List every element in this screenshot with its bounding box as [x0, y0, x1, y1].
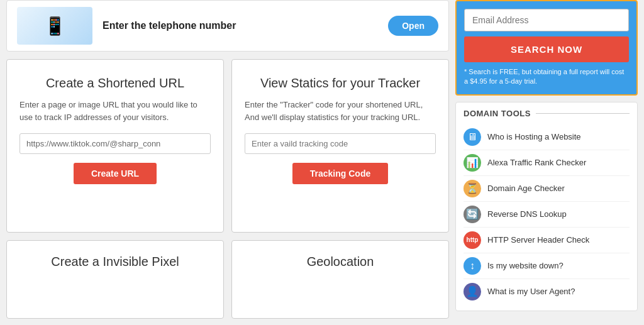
- card-create-url: Create a Shortened URL Enter a page or i…: [6, 59, 224, 233]
- url-input[interactable]: [19, 133, 211, 154]
- domain-tools-header: DOMAIN TOOLS: [464, 109, 630, 118]
- tool-item-alexa[interactable]: 📊 Alexa Traffic Rank Checker: [464, 150, 630, 176]
- domain-tools-divider: [536, 113, 630, 114]
- website-down-icon: ↕: [464, 257, 481, 275]
- tool-item-http[interactable]: http HTTP Server Header Check: [464, 228, 630, 253]
- card2-title: View Statics for your Tracker: [260, 75, 420, 91]
- tool-label-hosting: Who is Hosting a Website: [487, 132, 581, 141]
- tool-item-reverse-dns[interactable]: 🔄 Reverse DNS Lookup: [464, 202, 630, 228]
- cards-grid: Create a Shortened URL Enter a page or i…: [6, 59, 449, 319]
- tool-label-user-agent: What is my User Agent?: [487, 287, 575, 296]
- top-banner: 📱 Enter the telephone number Open: [6, 0, 449, 52]
- banner-image: 📱: [17, 7, 92, 45]
- tracking-code-button[interactable]: Tracking Code: [292, 163, 388, 184]
- banner-text: Enter the telephone number: [103, 20, 378, 31]
- alexa-icon: 📊: [464, 154, 481, 172]
- tracking-code-input[interactable]: [245, 133, 436, 154]
- sidebar: SEARCH NOW * Search is FREE, but obtaini…: [455, 0, 644, 325]
- tool-item-website-down[interactable]: ↕ Is my website down?: [464, 253, 630, 279]
- banner-open-button[interactable]: Open: [388, 16, 438, 36]
- card1-title: Create a Shortened URL: [46, 75, 184, 91]
- card3-title: Create a Invisible Pixel: [51, 253, 179, 270]
- domain-tools-title: DOMAIN TOOLS: [464, 109, 531, 118]
- card4-title: Geolocation: [307, 253, 374, 270]
- reverse-dns-icon: 🔄: [464, 206, 481, 223]
- domain-age-icon: ⏳: [464, 180, 481, 197]
- http-icon: http: [464, 231, 481, 249]
- user-agent-icon: 👤: [464, 283, 481, 300]
- search-note: * Search is FREE, but obtaining a full r…: [464, 67, 629, 87]
- card-create-invisible: Create a Invisible Pixel: [6, 240, 224, 319]
- search-now-button[interactable]: SEARCH NOW: [464, 36, 629, 62]
- tool-item-hosting[interactable]: 🖥 Who is Hosting a Website: [464, 124, 630, 150]
- hosting-icon: 🖥: [464, 128, 481, 146]
- card-geolocation: Geolocation: [231, 240, 449, 319]
- map-icon: 📱: [44, 16, 66, 36]
- tool-item-user-agent[interactable]: 👤 What is my User Agent?: [464, 279, 630, 304]
- domain-tools-section: DOMAIN TOOLS 🖥 Who is Hosting a Website …: [455, 102, 638, 311]
- tool-label-reverse-dns: Reverse DNS Lookup: [487, 209, 567, 219]
- tool-label-website-down: Is my website down?: [487, 261, 564, 270]
- email-search-box: SEARCH NOW * Search is FREE, but obtaini…: [455, 0, 638, 96]
- tool-item-domain-age[interactable]: ⏳ Domain Age Checker: [464, 176, 630, 202]
- card-view-statics: View Statics for your Tracker Enter the …: [231, 59, 449, 233]
- tool-label-http: HTTP Server Header Check: [487, 235, 589, 245]
- create-url-button[interactable]: Create URL: [74, 163, 157, 184]
- card2-description: Enter the "Tracker" code for your shorte…: [245, 99, 436, 123]
- main-content: 📱 Enter the telephone number Open Create…: [0, 0, 455, 325]
- email-input[interactable]: [464, 9, 629, 31]
- card1-description: Enter a page or image URL that you would…: [19, 99, 211, 123]
- tool-label-alexa: Alexa Traffic Rank Checker: [487, 158, 586, 167]
- tool-label-domain-age: Domain Age Checker: [487, 184, 565, 193]
